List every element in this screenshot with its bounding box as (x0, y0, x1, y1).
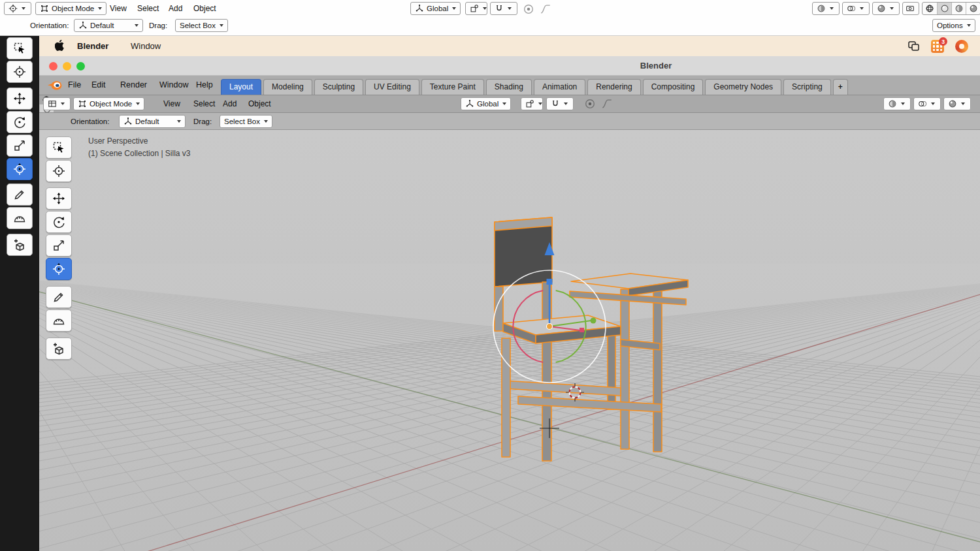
tab-sculpting[interactable]: Sculpting (314, 79, 363, 95)
outer-mode-dropdown[interactable]: Object Mode (35, 2, 106, 15)
outer-pivot-dropdown[interactable] (465, 2, 487, 15)
chevron-down-icon (220, 24, 223, 27)
tool-rotate[interactable] (7, 111, 33, 133)
topbar-menu-help[interactable]: Help (196, 76, 213, 95)
add-workspace-button[interactable]: + (833, 79, 848, 95)
tool-transform[interactable] (7, 158, 33, 180)
vp-falloff-curve-icon[interactable] (601, 98, 613, 112)
outer-menu-add[interactable]: Add (169, 2, 182, 15)
vp-shading-dropdown[interactable] (943, 97, 971, 110)
menubar-streamdeck-icon[interactable]: 3 (931, 40, 944, 53)
drag-value-dropdown[interactable]: Select Box (220, 115, 272, 128)
vp-menu-add[interactable]: Add (223, 97, 237, 110)
tool-add-cube[interactable] (7, 234, 33, 256)
blender-logo-icon[interactable] (47, 80, 63, 91)
outer-menu-object[interactable]: Object (193, 2, 216, 15)
menubar-status-icon[interactable] (908, 41, 920, 51)
shading-material-icon[interactable] (951, 3, 966, 14)
options-dropdown[interactable]: Options (932, 19, 975, 32)
apple-logo-icon[interactable] (55, 40, 64, 51)
vp-tool-measure[interactable] (46, 309, 72, 332)
tool-scale[interactable] (7, 134, 33, 157)
vp-tool-move[interactable] (46, 187, 72, 210)
workspace-tabs: Layout Modeling Sculpting UV Editing Tex… (221, 79, 848, 95)
vp-menu-select[interactable]: Select (193, 97, 215, 110)
tab-compositing[interactable]: Compositing (643, 79, 704, 95)
tab-scripting[interactable]: Scripting (783, 79, 831, 95)
vp-tool-scale[interactable] (46, 234, 72, 257)
tab-modeling[interactable]: Modeling (263, 79, 312, 95)
chevron-down-icon (136, 102, 140, 105)
3d-viewport-scene[interactable] (39, 130, 980, 551)
gizmo-x-handle[interactable] (580, 328, 584, 332)
chevron-down-icon (931, 102, 935, 105)
topbar-menu-file[interactable]: File (68, 76, 81, 95)
xray-toggle[interactable] (902, 2, 919, 15)
orientation-value-dropdown[interactable]: Default (119, 115, 186, 128)
close-window-button[interactable] (49, 62, 57, 71)
vp-snap-dropdown[interactable] (546, 97, 574, 110)
vp-tool-transform[interactable] (46, 258, 72, 280)
3d-viewport[interactable]: User Perspective (1) Scene Collection | … (39, 130, 980, 551)
minimize-window-button[interactable] (63, 62, 71, 71)
vp-overlays-dropdown[interactable] (913, 97, 941, 110)
tab-uv-editing[interactable]: UV Editing (365, 79, 419, 95)
chevron-down-icon (901, 102, 905, 105)
outer-orientation-value-dropdown[interactable]: Default (74, 19, 143, 32)
outer-toolbar (0, 36, 39, 551)
vp-tool-select-box[interactable] (46, 136, 72, 159)
shading-rendered-icon[interactable] (966, 3, 980, 14)
vp-menu-object[interactable]: Object (248, 97, 271, 110)
vp-tool-annotate[interactable] (46, 286, 72, 308)
notification-badge: 3 (939, 37, 947, 46)
proportional-editing-icon[interactable] (523, 3, 534, 18)
outer-orientation-dropdown[interactable]: Global (410, 2, 461, 15)
tab-animation[interactable]: Animation (534, 79, 585, 95)
vp-menu-view[interactable]: View (163, 97, 180, 110)
outer-gizmos-dropdown[interactable] (812, 2, 840, 15)
outer-drag-value-dropdown[interactable]: Select Box (175, 19, 228, 32)
falloff-curve-icon[interactable] (540, 3, 551, 18)
blender-topbar: File Edit Render Window Help Layout Mode… (39, 76, 980, 95)
shading-wireframe-icon[interactable] (923, 3, 937, 14)
tab-geometry-nodes[interactable]: Geometry Nodes (705, 79, 781, 95)
mode-dropdown[interactable]: Object Mode (73, 97, 144, 110)
tool-measure[interactable] (7, 207, 33, 229)
outer-active-tool-dropdown[interactable] (4, 2, 31, 15)
outer-overlays-dropdown[interactable] (842, 2, 870, 15)
vp-tool-cursor[interactable] (46, 160, 72, 182)
zoom-window-button[interactable] (76, 62, 85, 71)
vp-tool-add-cube[interactable] (46, 338, 72, 360)
vp-proportional-editing-icon[interactable] (584, 98, 596, 112)
outer-orientation-label: Orientation: (30, 19, 69, 32)
gizmo-z-scale-handle[interactable] (547, 279, 553, 285)
topbar-menu-edit[interactable]: Edit (91, 76, 106, 95)
shading-solid-icon[interactable] (937, 3, 951, 14)
editor-type-dropdown[interactable] (43, 97, 71, 110)
tool-annotate[interactable] (7, 183, 33, 206)
window-titlebar[interactable]: Blender (39, 56, 980, 76)
chevron-down-icon (508, 7, 512, 10)
topbar-menu-window[interactable]: Window (159, 76, 188, 95)
menubar-window-menu[interactable]: Window (131, 36, 161, 56)
outer-menu-select[interactable]: Select (137, 2, 159, 15)
outer-snap-dropdown[interactable] (490, 2, 517, 15)
vp-tool-rotate[interactable] (46, 211, 72, 233)
tool-select-box[interactable] (7, 37, 33, 59)
tool-move[interactable] (7, 87, 33, 110)
tool-cursor[interactable] (7, 61, 33, 83)
gizmo-center-handle[interactable] (547, 324, 553, 330)
gizmo-y-handle[interactable] (591, 318, 596, 324)
outer-menu-view[interactable]: View (110, 2, 127, 15)
outer-shading-options-dropdown[interactable] (872, 2, 900, 15)
vp-gizmos-dropdown[interactable] (883, 97, 911, 110)
menubar-app-menu[interactable]: Blender (77, 36, 108, 56)
tab-texture-paint[interactable]: Texture Paint (421, 79, 484, 95)
menubar-swirl-icon[interactable] (955, 40, 968, 53)
tab-rendering[interactable]: Rendering (587, 79, 640, 95)
vp-orientation-dropdown[interactable]: Global (461, 97, 511, 110)
vp-pivot-dropdown[interactable] (521, 97, 543, 110)
tab-shading[interactable]: Shading (486, 79, 532, 95)
topbar-menu-render[interactable]: Render (120, 76, 147, 95)
tab-layout[interactable]: Layout (221, 79, 261, 95)
